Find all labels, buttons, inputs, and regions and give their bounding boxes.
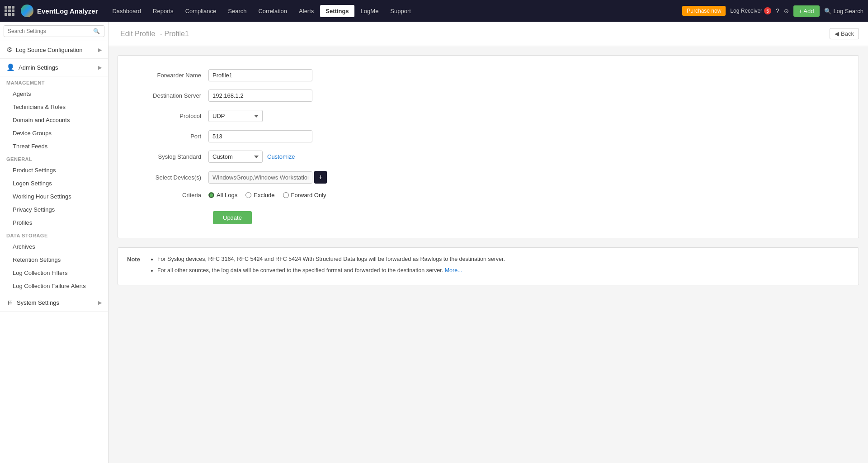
note-content: For Syslog devices, RFC 3164, RFC 5424 a… <box>149 255 505 278</box>
page-subtitle: - Profile1 <box>160 30 189 38</box>
sidebar-item-device-groups[interactable]: Device Groups <box>0 127 108 140</box>
select-devices-input[interactable] <box>208 171 312 184</box>
forwarder-name-row: Forwarder Name <box>136 69 840 81</box>
criteria-row: Criteria All Logs Exclude Forward Only <box>136 192 840 198</box>
port-label: Port <box>136 133 208 140</box>
criteria-all-logs-label: All Logs <box>217 192 237 198</box>
protocol-select[interactable]: UDP TCP <box>208 110 263 122</box>
system-arrow: ▶ <box>98 300 102 306</box>
admin-settings-icon: 👤 <box>6 63 15 71</box>
nav-alerts[interactable]: Alerts <box>293 5 319 17</box>
nav-reports[interactable]: Reports <box>147 5 179 17</box>
content-area: Edit Profile - Profile1 ◀ Back Forwarder… <box>108 22 868 463</box>
sidebar-item-system-settings[interactable]: 🖥 System Settings ▶ <box>0 294 108 312</box>
content-header: Edit Profile - Profile1 ◀ Back <box>108 22 868 46</box>
sidebar-item-working-hour-settings[interactable]: Working Hour Settings <box>0 190 108 203</box>
sidebar-admin-label: Admin Settings <box>19 64 58 71</box>
management-category: Management <box>0 76 108 87</box>
sidebar-item-privacy-settings[interactable]: Privacy Settings <box>0 203 108 216</box>
nav-dashboard[interactable]: Dashboard <box>107 5 146 17</box>
criteria-forward-only[interactable]: Forward Only <box>283 192 326 198</box>
nav-logme[interactable]: LogMe <box>355 5 384 17</box>
general-category: General <box>0 153 108 164</box>
sidebar-item-archives[interactable]: Archives <box>0 240 108 253</box>
update-button[interactable]: Update <box>213 211 252 224</box>
nav-support[interactable]: Support <box>385 5 416 17</box>
user-button[interactable]: ⊙ <box>784 8 789 14</box>
note-label: Note <box>127 255 140 278</box>
search-settings-icon: 🔍 <box>93 28 100 34</box>
app-name: EventLog Analyzer <box>37 7 98 15</box>
port-input[interactable] <box>208 130 312 142</box>
note-more-link[interactable]: More... <box>445 267 462 274</box>
log-source-icon: ⚙ <box>6 46 12 54</box>
search-icon: 🔍 <box>824 8 831 14</box>
sidebar-item-agents[interactable]: Agents <box>0 87 108 100</box>
criteria-forward-only-radio[interactable] <box>283 192 289 198</box>
grid-icon[interactable] <box>5 6 14 16</box>
add-button[interactable]: + Add <box>793 5 820 17</box>
sidebar-item-domain-accounts[interactable]: Domain and Accounts <box>0 113 108 127</box>
nav-settings[interactable]: Settings <box>320 5 354 17</box>
criteria-all-logs-radio[interactable] <box>208 192 214 198</box>
criteria-options: All Logs Exclude Forward Only <box>208 192 326 198</box>
log-source-arrow: ▶ <box>98 47 102 53</box>
syslog-standard-select[interactable]: Custom RFC 3164 RFC 5424 <box>208 151 263 163</box>
main-nav: Dashboard Reports Compliance Search Corr… <box>107 5 416 17</box>
note-item-2: For all other sources, the log data will… <box>157 266 505 275</box>
select-devices-label: Select Devices(s) <box>136 174 208 181</box>
add-device-button[interactable]: + <box>314 171 327 184</box>
search-settings-input[interactable] <box>4 25 104 37</box>
sidebar-item-logon-settings[interactable]: Logon Settings <box>0 177 108 190</box>
purchase-button[interactable]: Purchase now <box>682 6 726 16</box>
note-item-1: For Syslog devices, RFC 3164, RFC 5424 a… <box>157 255 505 264</box>
app-logo: EventLog Analyzer <box>21 5 98 17</box>
syslog-standard-row: Syslog Standard Custom RFC 3164 RFC 5424… <box>136 151 840 163</box>
sidebar-item-threat-feeds[interactable]: Threat Feeds <box>0 140 108 153</box>
nav-search[interactable]: Search <box>222 5 252 17</box>
nav-correlation[interactable]: Correlation <box>253 5 292 17</box>
criteria-exclude-radio[interactable] <box>245 192 251 198</box>
criteria-all-logs[interactable]: All Logs <box>208 192 237 198</box>
admin-arrow: ▶ <box>98 65 102 71</box>
sidebar-item-admin-settings[interactable]: 👤 Admin Settings ▶ <box>0 59 108 76</box>
log-receiver-label: Log Receiver <box>730 8 762 14</box>
back-arrow-icon: ◀ <box>835 30 839 37</box>
back-button[interactable]: ◀ Back <box>830 28 859 39</box>
main-layout: 🔍 ⚙ Log Source Configuration ▶ 👤 Admin S… <box>0 22 868 463</box>
system-settings-icon: 🖥 <box>6 299 13 307</box>
destination-server-label: Destination Server <box>136 92 208 99</box>
sidebar-item-product-settings[interactable]: Product Settings <box>0 164 108 177</box>
log-receiver[interactable]: Log Receiver 5 <box>730 7 771 14</box>
sidebar-item-profiles[interactable]: Profiles <box>0 216 108 229</box>
log-receiver-badge: 5 <box>764 7 771 14</box>
sidebar-item-log-collection-failure-alerts[interactable]: Log Collection Failure Alerts <box>0 279 108 293</box>
customize-link[interactable]: Customize <box>267 153 295 160</box>
topbar: EventLog Analyzer Dashboard Reports Comp… <box>0 0 868 22</box>
protocol-row: Protocol UDP TCP <box>136 110 840 122</box>
port-row: Port <box>136 130 840 142</box>
nav-compliance[interactable]: Compliance <box>180 5 222 17</box>
forwarder-name-input[interactable] <box>208 69 312 81</box>
sidebar-item-log-collection-filters[interactable]: Log Collection Filters <box>0 266 108 279</box>
data-storage-category: Data Storage <box>0 229 108 240</box>
search-log-button[interactable]: 🔍 Log Search <box>824 8 864 14</box>
destination-server-row: Destination Server <box>136 90 840 102</box>
update-button-row: Update <box>136 207 840 224</box>
sidebar-item-log-source[interactable]: ⚙ Log Source Configuration ▶ <box>0 41 108 59</box>
sidebar: 🔍 ⚙ Log Source Configuration ▶ 👤 Admin S… <box>0 22 108 463</box>
criteria-exclude[interactable]: Exclude <box>245 192 274 198</box>
destination-server-input[interactable] <box>208 90 312 102</box>
sidebar-item-retention-settings[interactable]: Retention Settings <box>0 253 108 266</box>
note-box: Note For Syslog devices, RFC 3164, RFC 5… <box>118 247 859 285</box>
sidebar-system-label: System Settings <box>17 299 59 306</box>
criteria-label: Criteria <box>136 192 208 198</box>
help-button[interactable]: ? <box>776 7 779 14</box>
page-title: Edit Profile - Profile1 <box>118 30 189 38</box>
sidebar-item-technicians-roles[interactable]: Technicians & Roles <box>0 100 108 113</box>
select-devices-row: Select Devices(s) + <box>136 171 840 184</box>
edit-profile-form: Forwarder Name Destination Server Protoc… <box>118 55 859 238</box>
sidebar-log-source-label: Log Source Configuration <box>16 47 82 53</box>
criteria-forward-only-label: Forward Only <box>291 192 326 198</box>
topbar-right: Purchase now Log Receiver 5 ? ⊙ + Add 🔍 … <box>682 5 863 17</box>
